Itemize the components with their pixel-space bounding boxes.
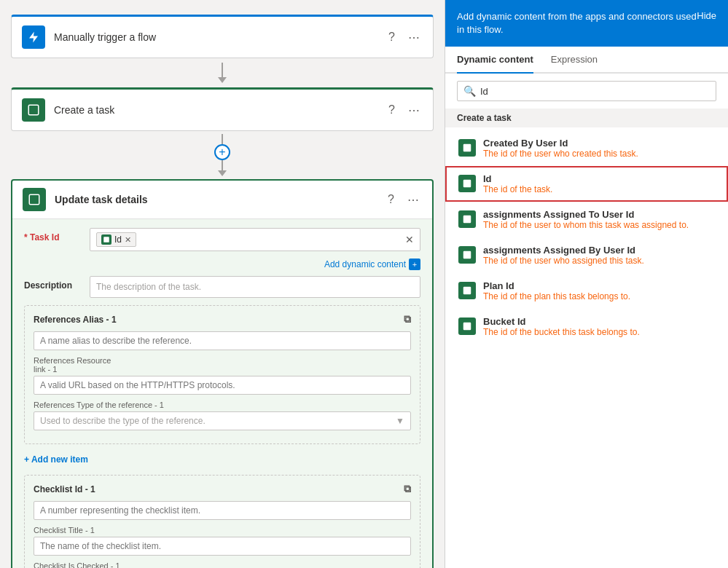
checklist-title-field: Checklist Title - 1 <box>34 526 411 556</box>
right-panel-header-text: Add dynamic content from the apps and co… <box>457 10 697 36</box>
create-task-help-btn[interactable]: ? <box>385 102 398 118</box>
search-input[interactable] <box>480 86 710 97</box>
update-task-actions: ? ⋯ <box>385 192 422 208</box>
dynamic-item-name-plan-id: Plan Id <box>483 280 630 291</box>
update-task-help-btn[interactable]: ? <box>385 192 397 208</box>
dynamic-item-icon-assignments-assigned-by-user-id <box>458 246 476 264</box>
references-type-field: References Type of the reference - 1 Use… <box>34 401 411 430</box>
dynamic-item-icon-bucket-id <box>458 317 476 335</box>
checklist-title-label-text: Checklist Title - 1 <box>34 526 411 535</box>
dynamic-item-plan-id[interactable]: Plan Id The id of the plan this task bel… <box>445 273 728 309</box>
add-step-btn[interactable]: + <box>214 144 230 160</box>
left-panel: Manually trigger a flow ? ⋯ Create a tas… <box>0 0 445 568</box>
add-dynamic-text: Add dynamic content <box>324 259 406 269</box>
description-placeholder: The description of the task. <box>96 282 201 292</box>
dynamic-item-assignments-assigned-to-user-id[interactable]: assignments Assigned To User Id The id o… <box>445 202 728 237</box>
checklist-id-label: Checklist Id - 1 <box>34 484 95 494</box>
dynamic-item-desc-id: The id of the task. <box>483 184 552 194</box>
references-resource-label: References Resourcelink - 1 <box>34 356 411 374</box>
svg-rect-8 <box>463 323 471 331</box>
references-alias-label: References Alias - 1 <box>34 315 117 325</box>
trigger-help-btn[interactable]: ? <box>385 29 398 45</box>
tab-expression[interactable]: Expression <box>551 47 598 74</box>
tag-close-btn[interactable]: ✕ <box>125 235 131 245</box>
description-input[interactable]: The description of the task. <box>90 276 420 298</box>
svg-rect-6 <box>463 251 471 259</box>
references-alias-input[interactable] <box>34 331 411 350</box>
update-task-body: * Task Id Id ✕ ✕ Add dynamic content + <box>12 219 432 568</box>
checklist-checked-label-text: Checklist Is Checked - 1 <box>34 561 411 568</box>
tabs-row: Dynamic content Expression <box>445 47 728 74</box>
search-box: 🔍 <box>457 81 716 101</box>
create-task-icon <box>22 98 45 122</box>
references-resource-field: References Resourcelink - 1 <box>34 356 411 395</box>
references-type-dropdown[interactable]: Used to describe the type of the referen… <box>34 411 411 430</box>
chevron-down-icon: ▼ <box>396 416 404 426</box>
checklist-id-input[interactable] <box>34 501 411 520</box>
dynamic-list: Created By User Id The id of the user wh… <box>445 127 728 568</box>
dynamic-item-name-assignments-assigned-by-user-id: assignments Assigned By User Id <box>483 245 644 256</box>
plus-connector: + <box>214 131 230 179</box>
update-task-header: Update task details ? ⋯ <box>12 181 432 219</box>
references-alias-header: References Alias - 1 ⧉ <box>34 313 411 326</box>
create-task-title: Create a task <box>54 104 385 116</box>
svg-rect-7 <box>463 287 471 295</box>
trigger-icon <box>22 25 45 49</box>
dynamic-item-desc-created-by-user-id: The id of the user who created this task… <box>483 149 638 159</box>
references-alias-field <box>34 331 411 350</box>
tag-icon <box>101 234 111 245</box>
svg-rect-4 <box>463 180 471 188</box>
dynamic-item-name-created-by-user-id: Created By User Id <box>483 138 638 149</box>
trigger-more-btn[interactable]: ⋯ <box>405 29 423 46</box>
checklist-header: Checklist Id - 1 ⧉ <box>34 483 411 495</box>
dynamic-item-name-id: Id <box>483 173 552 184</box>
task-id-row: * Task Id Id ✕ ✕ <box>24 228 420 251</box>
dynamic-item-bucket-id[interactable]: Bucket Id The id of the bucket this task… <box>445 309 728 344</box>
trigger-actions: ? ⋯ <box>385 29 423 46</box>
references-resource-input[interactable] <box>34 376 411 395</box>
task-id-tag: Id ✕ <box>96 232 136 247</box>
dynamic-item-desc-assignments-assigned-to-user-id: The id of the user to whom this task was… <box>483 220 689 230</box>
tab-dynamic-content[interactable]: Dynamic content <box>457 47 533 74</box>
update-task-icon <box>23 188 46 211</box>
right-panel-header: Add dynamic content from the apps and co… <box>445 0 728 47</box>
dynamic-item-icon-id <box>458 175 476 192</box>
references-type-placeholder: Used to describe the type of the referen… <box>40 416 206 426</box>
svg-rect-2 <box>103 237 109 242</box>
copy-icon[interactable]: ⧉ <box>404 313 411 326</box>
hide-btn[interactable]: Hide <box>697 10 716 21</box>
checklist-copy-icon[interactable]: ⧉ <box>404 483 411 495</box>
add-dynamic-icon: + <box>409 259 420 270</box>
create-task-more-btn[interactable]: ⋯ <box>405 102 423 119</box>
dynamic-section-label: Create a task <box>445 109 728 127</box>
svg-rect-3 <box>463 144 471 152</box>
references-type-label: References Type of the reference - 1 <box>34 401 411 409</box>
dynamic-item-desc-assignments-assigned-by-user-id: The id of the user who assigned this tas… <box>483 256 644 266</box>
checklist-title-input[interactable] <box>34 537 411 556</box>
update-task-more-btn[interactable]: ⋯ <box>404 192 422 208</box>
dynamic-item-name-bucket-id: Bucket Id <box>483 316 640 327</box>
add-dynamic-link[interactable]: Add dynamic content + <box>24 259 420 276</box>
dynamic-item-icon-created-by-user-id <box>458 139 476 157</box>
search-icon: 🔍 <box>463 85 476 97</box>
trigger-title: Manually trigger a flow <box>54 31 385 43</box>
update-task-title: Update task details <box>55 194 385 205</box>
field-clear-btn[interactable]: ✕ <box>405 234 414 245</box>
description-label: Description <box>24 276 90 291</box>
dynamic-item-icon-assignments-assigned-to-user-id <box>458 210 476 228</box>
dynamic-item-created-by-user-id[interactable]: Created By User Id The id of the user wh… <box>445 130 728 166</box>
svg-rect-1 <box>29 194 39 205</box>
checklist-section: Checklist Id - 1 ⧉ Checklist Title - 1 C… <box>24 475 420 568</box>
task-id-label: * Task Id <box>24 228 90 242</box>
checklist-id-field <box>34 501 411 520</box>
add-new-item-1-btn[interactable]: + Add new item <box>24 451 88 468</box>
dynamic-item-icon-plan-id <box>458 282 476 299</box>
dynamic-item-assignments-assigned-by-user-id[interactable]: assignments Assigned By User Id The id o… <box>445 237 728 273</box>
dynamic-item-id[interactable]: Id The id of the task. <box>445 166 728 202</box>
svg-rect-5 <box>463 216 471 224</box>
update-task-block: Update task details ? ⋯ * Task Id Id ✕ <box>11 179 434 568</box>
dynamic-item-desc-plan-id: The id of the plan this task belongs to. <box>483 291 630 301</box>
task-id-input[interactable]: Id ✕ ✕ <box>90 228 420 251</box>
create-task-block: Create a task ? ⋯ <box>11 87 434 131</box>
right-panel: Add dynamic content from the apps and co… <box>445 0 728 568</box>
